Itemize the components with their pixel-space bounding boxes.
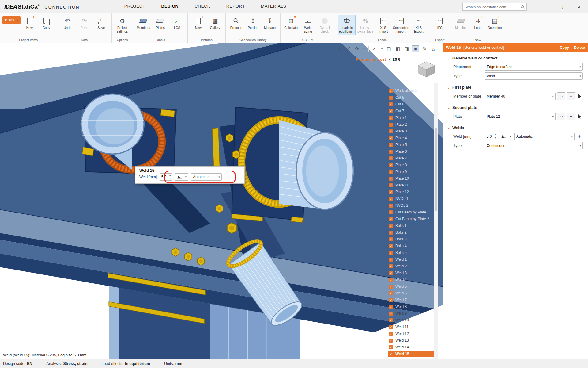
checkbox-checked-icon[interactable]: ✓: [389, 251, 393, 255]
hidden-line-view-icon[interactable]: ◧: [394, 45, 401, 52]
members-labels-button[interactable]: Members: [135, 15, 151, 35]
tree-row[interactable]: ✓ Weld 10: [388, 317, 434, 324]
tree-row[interactable]: ✓ Plate 10: [388, 175, 434, 182]
tree-row[interactable]: ✓ Weld 2: [388, 263, 434, 270]
undo-button[interactable]: ↶ Undo: [59, 15, 75, 35]
new-picture-button[interactable]: + New: [190, 15, 206, 35]
tree-row[interactable]: ✓ Weld 14: [388, 344, 434, 351]
minimize-button[interactable]: –: [535, 0, 552, 13]
tree-row[interactable]: ✓ Plate 12: [388, 189, 434, 195]
tree-scrollbar[interactable]: [434, 83, 438, 359]
member-dropdown[interactable]: Member 40 ▾: [485, 93, 556, 100]
project-settings-button[interactable]: ⚙ Project settings: [114, 15, 130, 35]
checkbox-checked-icon[interactable]: ✓: [389, 190, 393, 194]
tree-row[interactable]: ✓ Weld 15: [388, 351, 434, 357]
tree-row[interactable]: ✓ NVOL 2: [388, 202, 434, 209]
tree-row[interactable]: ✓ Weld 6: [388, 290, 434, 297]
tree-row[interactable]: ✓ Cut 5: [388, 94, 434, 101]
tree-row[interactable]: ✓ Weld 5: [388, 283, 434, 290]
checkbox-checked-icon[interactable]: ✓: [389, 210, 393, 214]
menu-tab[interactable]: DESIGN: [153, 0, 187, 13]
orbit-icon[interactable]: ⟳: [353, 45, 361, 52]
tree-row[interactable]: ✓ Plate 7: [388, 155, 434, 162]
weld-sizing-button[interactable]: Weld sizing: [300, 15, 316, 35]
weld-mode-dropdown[interactable]: Automatic ▾: [191, 173, 222, 181]
section-welds[interactable]: ⌄ Welds: [443, 121, 588, 132]
tree-row[interactable]: ✓ Bolts 5: [388, 249, 434, 256]
stepper-down-icon[interactable]: ▼: [493, 136, 497, 140]
tree-row[interactable]: ✓ Weld 3: [388, 270, 434, 276]
close-button[interactable]: ✕: [570, 0, 588, 13]
tree-row[interactable]: ✓ Weld 7: [388, 297, 434, 303]
checkbox-checked-icon[interactable]: ✓: [389, 231, 393, 235]
tree-row[interactable]: ✓ Cut Beam by Plate 2: [388, 216, 434, 222]
checkbox-checked-icon[interactable]: ✓: [389, 170, 393, 174]
checkbox-checked-icon[interactable]: ✓: [389, 332, 393, 336]
weld-mode-dropdown[interactable]: Automatic ▾: [514, 133, 575, 140]
pick-in-scene-button[interactable]: ⌖: [567, 113, 575, 120]
propose-button[interactable]: Propose: [228, 15, 244, 35]
checkbox-checked-icon[interactable]: ✓: [389, 109, 393, 113]
menu-tab[interactable]: REPORT: [218, 0, 253, 13]
checkbox-checked-icon[interactable]: ✓: [389, 325, 393, 329]
checkbox-checked-icon[interactable]: ✓: [389, 116, 393, 120]
tree-row[interactable]: ✓ Plate 9: [388, 168, 434, 175]
checkbox-checked-icon[interactable]: ✓: [389, 318, 393, 322]
tree-row[interactable]: ✓ Plate 4: [388, 135, 434, 141]
loads-in-equilibrium-button[interactable]: Loads in equilibrium: [338, 15, 356, 35]
stepper-down-icon[interactable]: ▼: [168, 177, 172, 180]
checkbox-checked-icon[interactable]: ✓: [389, 305, 393, 309]
checkbox-checked-icon[interactable]: ✓: [389, 258, 393, 262]
copy-item-button[interactable]: Copy: [38, 15, 54, 35]
pick-plate-button[interactable]: ▱: [557, 113, 565, 120]
stepper-up-icon[interactable]: ▲: [493, 133, 497, 136]
search-input[interactable]: [465, 5, 521, 9]
checkbox-checked-icon[interactable]: ✓: [389, 298, 393, 302]
calculate-button[interactable]: ⊞± Calculate: [283, 15, 299, 35]
menu-tab[interactable]: CHECK: [187, 0, 218, 13]
tree-row[interactable]: ✓ Plate 2: [388, 121, 434, 128]
shaded-view-icon[interactable]: ◨: [403, 45, 410, 52]
connection-item-combo[interactable]: C 101▾: [2, 16, 21, 24]
checkbox-checked-icon[interactable]: ✓: [389, 177, 393, 181]
tree-row[interactable]: ✓ Cut 7: [388, 108, 434, 114]
home-view-icon[interactable]: ⌂: [430, 45, 437, 52]
checkbox-checked-icon[interactable]: ✓: [389, 339, 393, 343]
checkbox-checked-icon[interactable]: ✓: [389, 197, 393, 201]
tree-row[interactable]: ✓ Weld 4: [388, 276, 434, 283]
add-weld-button[interactable]: +: [224, 173, 231, 181]
select-cursor-icon[interactable]: [577, 113, 583, 120]
new-operation-button[interactable]: ▤+ Operation: [487, 15, 503, 35]
ifc-export-button[interactable]: IFC IFC: [432, 15, 448, 35]
pick-plate-button[interactable]: ▱: [557, 92, 565, 100]
checkbox-checked-icon[interactable]: ✓: [389, 217, 393, 221]
checkbox-checked-icon[interactable]: ✓: [389, 204, 393, 208]
new-member-button[interactable]: Member: [453, 15, 469, 35]
tree-row[interactable]: ✓ Cut 6: [388, 101, 434, 108]
tree-row[interactable]: ✓ Bolts 1: [388, 222, 434, 229]
publish-button[interactable]: ↥ Publish: [245, 15, 261, 35]
menu-tab[interactable]: MATERIALS: [253, 0, 294, 13]
stepper-up-icon[interactable]: ▲: [168, 174, 172, 177]
manage-button[interactable]: ↧ Manage: [262, 15, 278, 35]
checkbox-checked-icon[interactable]: ✓: [389, 163, 393, 167]
checkbox-checked-icon[interactable]: ✓: [389, 102, 393, 106]
checkbox-checked-icon[interactable]: ✓: [389, 271, 393, 275]
tree-row[interactable]: ✓ Plate 11: [388, 182, 434, 189]
appearance-icon[interactable]: ✎: [421, 45, 428, 52]
checkbox-checked-icon[interactable]: ✓: [389, 129, 393, 133]
connection-import-button[interactable]: XLS Connection Import: [392, 15, 410, 35]
checkbox-checked-icon[interactable]: ✓: [389, 244, 393, 248]
lcs-labels-button[interactable]: LCS: [169, 15, 185, 35]
search-box[interactable]: [462, 3, 527, 11]
loads-percentage-button[interactable]: % Loads - percentage: [356, 15, 374, 35]
tree-row[interactable]: ✓ Weld 11: [388, 324, 434, 330]
fit-view-icon[interactable]: ⤢: [345, 45, 352, 52]
checkbox-checked-icon[interactable]: ✓: [389, 312, 393, 316]
weld-continuity-dropdown[interactable]: Continuous ▾: [485, 142, 583, 149]
tree-row[interactable]: ✓ Bolts 2: [388, 229, 434, 236]
checkbox-checked-icon[interactable]: ✓: [389, 237, 393, 241]
checkbox-checked-icon[interactable]: ✓: [389, 136, 393, 140]
tree-row[interactable]: ✓ Plate 8: [388, 162, 434, 168]
checkbox-checked-icon[interactable]: ✓: [389, 224, 393, 228]
